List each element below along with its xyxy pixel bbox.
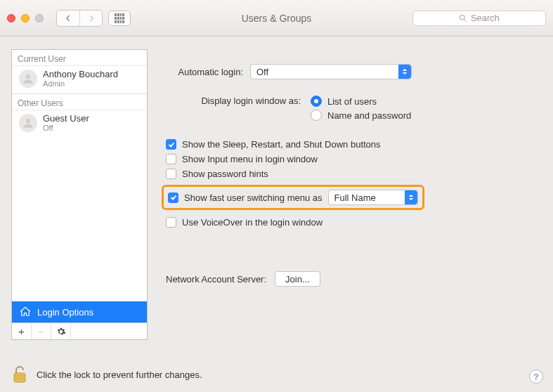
show-all-button[interactable] (108, 11, 131, 26)
add-user-button[interactable]: + (12, 323, 32, 339)
minimize-icon[interactable] (21, 14, 30, 22)
check-fast-switch[interactable]: Show fast user switching menu as (168, 192, 323, 203)
fast-switch-value: Full Name (334, 192, 376, 203)
svg-point-0 (460, 15, 464, 20)
gear-icon (56, 327, 66, 337)
nav-back-forward (56, 10, 103, 27)
checkbox-on-icon (168, 192, 178, 203)
checkbox-off-icon (166, 217, 176, 228)
svg-point-3 (26, 119, 30, 123)
check-sleep-label: Show the Sleep, Restart, and Shut Down b… (182, 139, 381, 150)
svg-rect-5 (14, 375, 25, 377)
current-user-row[interactable]: Anthony Bouchard Admin (12, 66, 147, 93)
search-placeholder: Search (471, 13, 500, 23)
check-hints-label: Show password hints (182, 169, 268, 179)
guest-user-role: Off (43, 124, 89, 132)
highlight-fast-switch: Show fast user switching menu as Full Na… (162, 185, 424, 210)
window-title: Users & Groups (242, 13, 312, 24)
user-sidebar: Current User Anthony Bouchard Admin Othe… (11, 49, 148, 323)
check-password-hints[interactable]: Show password hints (166, 169, 535, 179)
section-header-other: Other Users (12, 94, 147, 110)
radio-list-of-users[interactable]: List of users (311, 96, 411, 107)
checkbox-off-icon (166, 154, 176, 164)
section-header-current: Current User (12, 50, 147, 66)
avatar (19, 70, 37, 88)
close-icon[interactable] (7, 14, 15, 22)
content: Current User Anthony Bouchard Admin Othe… (0, 37, 553, 392)
footer: Click the lock to prevent further change… (0, 357, 553, 392)
check-fastswitch-label: Show fast user switching menu as (184, 192, 323, 203)
svg-line-1 (464, 19, 466, 21)
check-sleep-restart[interactable]: Show the Sleep, Restart, and Shut Down b… (166, 139, 535, 150)
search-icon (459, 14, 467, 22)
auto-login-label: Automatic login: (166, 67, 250, 77)
sidebar-actions: + − (11, 323, 148, 340)
svg-point-2 (26, 74, 30, 79)
check-voiceover-label: Use VoiceOver in the login window (182, 217, 323, 228)
apps-grid-icon (115, 13, 124, 23)
house-icon (19, 306, 32, 318)
lock-text: Click the lock to prevent further change… (37, 370, 202, 380)
main-panel: Automatic login: Off Display login windo… (157, 49, 542, 392)
display-login-label: Display login window as: (166, 96, 311, 106)
guest-user-row[interactable]: Guest User Off (12, 110, 147, 138)
checkbox-off-icon (166, 169, 176, 179)
auto-login-select[interactable]: Off (250, 64, 412, 79)
check-input-menu[interactable]: Show Input menu in login window (166, 154, 535, 164)
radio-on-icon (311, 96, 322, 107)
radio-list-label: List of users (327, 96, 377, 107)
maximize-icon[interactable] (35, 14, 44, 22)
stepper-icon (405, 190, 417, 204)
radio-name-password[interactable]: Name and password (311, 110, 411, 121)
login-options-row[interactable]: Login Options (12, 301, 147, 322)
help-icon: ? (533, 372, 539, 382)
radio-off-icon (311, 110, 322, 121)
current-user-role: Admin (43, 79, 118, 88)
radio-namepw-label: Name and password (327, 110, 411, 121)
svg-rect-4 (14, 373, 25, 382)
join-button[interactable]: Join... (275, 271, 320, 287)
lock-open-icon[interactable] (11, 365, 28, 384)
current-user-name: Anthony Bouchard (43, 69, 118, 79)
login-options-label: Login Options (37, 307, 93, 318)
fast-switch-select[interactable]: Full Name (328, 190, 418, 205)
network-account-label: Network Account Server: (166, 274, 266, 285)
avatar (19, 114, 37, 132)
stepper-icon (398, 65, 411, 79)
search-input[interactable]: Search (412, 11, 546, 26)
forward-button[interactable] (79, 11, 102, 26)
checkbox-on-icon (166, 139, 176, 150)
remove-user-button[interactable]: − (32, 323, 51, 339)
check-voiceover[interactable]: Use VoiceOver in the login window (166, 217, 535, 228)
back-button[interactable] (57, 11, 79, 26)
help-button[interactable]: ? (529, 370, 543, 384)
guest-user-name: Guest User (43, 113, 89, 124)
toolbar: Users & Groups Search (0, 0, 553, 37)
svg-rect-6 (14, 378, 25, 379)
traffic-lights (7, 14, 44, 22)
actions-menu-button[interactable] (51, 323, 71, 339)
check-input-label: Show Input menu in login window (182, 154, 318, 164)
auto-login-value: Off (256, 67, 268, 77)
